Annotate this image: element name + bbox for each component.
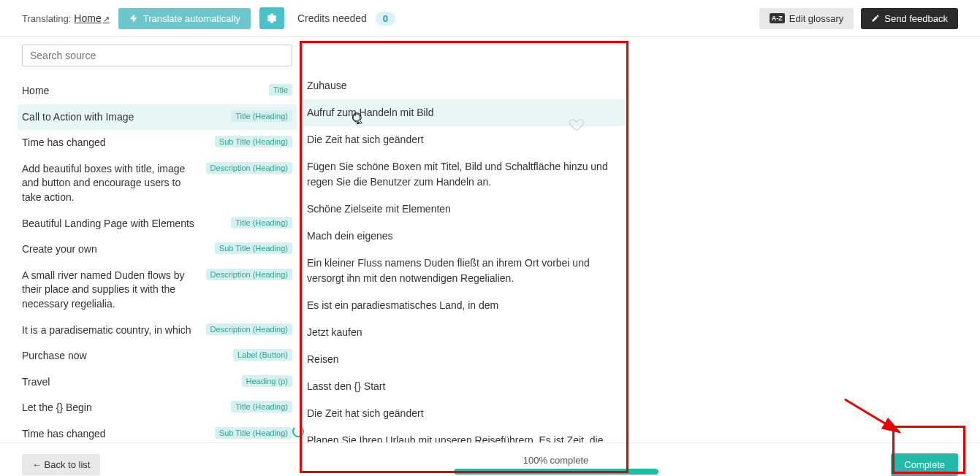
field-type-badge: Sub Title (Heading) <box>215 242 292 254</box>
field-type-badge: Description (Heading) <box>206 323 292 335</box>
back-to-list-button[interactable]: ← Back to list <box>22 454 100 475</box>
field-type-badge: Description (Heading) <box>206 162 292 174</box>
field-type-badge: Heading (p) <box>242 375 292 387</box>
target-row[interactable]: Mach dein eigenes <box>307 223 621 250</box>
target-row[interactable]: Zuhause <box>307 72 621 99</box>
source-row[interactable]: Let the {} BeginTitle (Heading) <box>22 395 292 421</box>
footer-left: ← Back to list <box>22 454 300 475</box>
toolbar-right: A-Z Edit glossary Send feedback <box>759 8 958 29</box>
edit-glossary-button[interactable]: A-Z Edit glossary <box>759 8 854 29</box>
send-feedback-button[interactable]: Send feedback <box>861 8 958 29</box>
source-text: Travel <box>22 375 235 390</box>
field-type-badge: Sub Title (Heading) <box>215 136 292 147</box>
source-row[interactable]: HomeTitle <box>22 78 292 104</box>
source-row[interactable]: Call to Action with ImageTitle (Heading) <box>18 104 297 131</box>
search-input[interactable] <box>22 45 292 66</box>
source-row[interactable]: Beautiful Landing Page with ElementsTitl… <box>22 211 292 237</box>
target-row[interactable]: Planen Sie Ihren Urlaub mit unseren Reis… <box>307 427 621 442</box>
target-row[interactable]: Die Zeit hat sich geändert <box>307 400 621 427</box>
source-text: Purchase now <box>22 349 226 364</box>
target-row[interactable]: Jetzt kaufen <box>307 319 621 346</box>
source-row[interactable]: TravelHeading (p) <box>22 369 292 396</box>
translate-auto-label: Translate automatically <box>143 13 240 24</box>
field-type-badge: Label (Button) <box>233 349 292 361</box>
progress-text: 100% complete <box>300 455 812 466</box>
source-row[interactable]: It is a paradisematic country, in whichD… <box>22 318 292 344</box>
gear-icon <box>267 13 277 23</box>
source-text: Time has changed <box>22 136 208 150</box>
field-type-badge: Title (Heading) <box>231 110 292 122</box>
source-text: Create your own <box>22 242 208 257</box>
send-feedback-label: Send feedback <box>884 13 948 24</box>
target-row[interactable]: Reisen <box>307 346 621 373</box>
progress-bar <box>454 469 658 475</box>
source-text: Call to Action with Image <box>22 110 224 125</box>
field-type-badge: Description (Heading) <box>206 269 292 280</box>
source-row[interactable]: Time has changedSub Title (Heading) <box>22 421 292 442</box>
target-row[interactable]: Es ist ein paradiesmatisches Land, in de… <box>307 292 621 319</box>
progress-fill <box>454 469 658 475</box>
target-row[interactable]: Lasst den {} Start <box>307 373 621 400</box>
target-row[interactable]: Ein kleiner Fluss namens Duden fließt an… <box>307 250 621 292</box>
source-row[interactable]: Purchase nowLabel (Button) <box>22 343 292 369</box>
field-type-badge: Sub Title (Heading) <box>215 427 292 439</box>
source-text: Add beautiful boxes with title, image an… <box>22 162 199 205</box>
source-text: A small river named Duden flows by their… <box>22 269 199 312</box>
complete-button[interactable]: Complete <box>891 453 958 476</box>
glossary-az-icon: A-Z <box>770 13 785 23</box>
bottom-bar: ← Back to list 100% complete Complete <box>0 442 980 476</box>
pencil-icon <box>871 14 880 23</box>
footer-right: Complete <box>812 453 958 476</box>
source-row[interactable]: Create your ownSub Title (Heading) <box>22 237 292 263</box>
target-column: ZuhauseAufruf zum Handeln mit BildDie Ze… <box>300 45 621 442</box>
field-type-badge: Title (Heading) <box>231 401 292 412</box>
target-row[interactable]: Schöne Zielseite mit Elementen <box>307 196 621 223</box>
credits-needed-badge: 0 <box>376 12 395 26</box>
favorite-icon[interactable] <box>569 116 585 132</box>
bolt-icon <box>129 13 139 23</box>
top-toolbar: Translating: Home↗ Translate automatical… <box>0 0 980 37</box>
translation-panel: HomeTitleCall to Action with ImageTitle … <box>0 37 980 442</box>
translating-link-text: Home <box>74 12 101 24</box>
source-text: Home <box>22 84 262 99</box>
field-type-badge: Title (Heading) <box>231 217 292 229</box>
translate-settings-button[interactable] <box>259 7 284 29</box>
loading-spinner-icon <box>292 426 304 437</box>
source-column: HomeTitleCall to Action with ImageTitle … <box>22 45 300 442</box>
source-row[interactable]: Time has changedSub Title (Heading) <box>22 130 292 156</box>
credits-needed-label: Credits needed <box>297 12 367 24</box>
toolbar-left: Translating: Home↗ Translate automatical… <box>22 7 751 29</box>
source-row[interactable]: Add beautiful boxes with title, image an… <box>22 156 292 211</box>
external-link-icon: ↗ <box>103 15 110 23</box>
footer-center: 100% complete <box>300 455 812 475</box>
target-row[interactable]: Fügen Sie schöne Boxen mit Titel, Bild u… <box>307 153 621 196</box>
source-row[interactable]: A small river named Duden flows by their… <box>22 263 292 318</box>
translating-link[interactable]: Home↗ <box>74 12 109 24</box>
translate-automatically-button[interactable]: Translate automatically <box>118 8 251 29</box>
source-text: It is a paradisematic country, in which <box>22 323 199 338</box>
source-text: Beautiful Landing Page with Elements <box>22 217 224 231</box>
translating-label: Translating: Home↗ <box>22 12 110 24</box>
translating-prefix: Translating: <box>22 13 71 24</box>
source-text: Let the {} Begin <box>22 401 224 415</box>
edit-glossary-label: Edit glossary <box>789 13 843 24</box>
field-type-badge: Title <box>269 84 292 96</box>
source-text: Time has changed <box>22 427 208 442</box>
